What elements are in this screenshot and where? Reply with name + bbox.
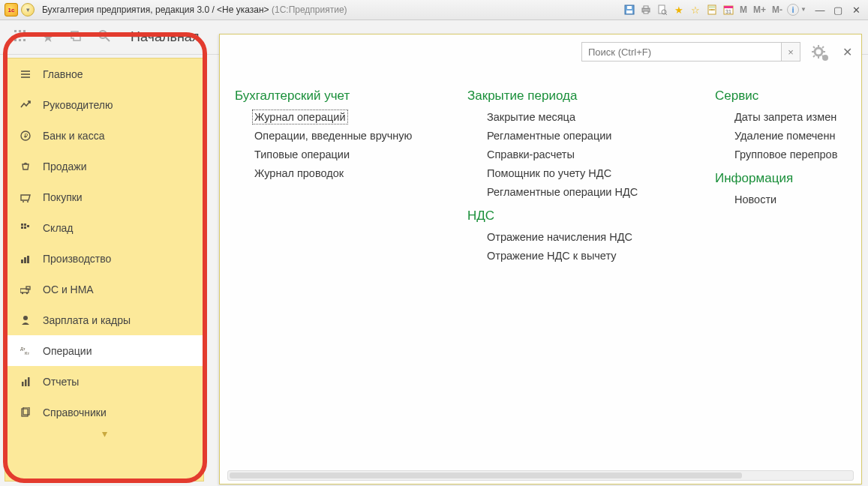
menu-link[interactable]: Помощник по учету НДС [487,167,611,179]
svg-rect-11 [710,9,711,10]
menu-link[interactable]: Справки-расчеты [487,148,575,160]
section-title: Закрытие периода [467,88,692,104]
menu-link[interactable]: Журнал проводок [254,167,344,179]
system-menu-dropdown[interactable]: ▾ [21,3,35,16]
sidebar-item-8[interactable]: Зарплата и кадры [5,304,203,335]
menu-link[interactable]: Отражение НДС к вычету [487,250,617,262]
sidebar-item-10[interactable]: Отчеты [5,366,203,397]
svg-rect-42 [27,256,29,263]
info-icon[interactable]: i [787,4,799,16]
svg-rect-41 [24,257,26,263]
sidebar-icon: ДтКт [20,346,32,356]
svg-point-34 [27,201,29,202]
operations-flyout-panel: × ✕ Бухгалтерский учетЖурнал операцийОпе… [219,34,862,484]
sidebar-item-6[interactable]: Производство [5,243,203,274]
svg-line-8 [665,14,667,15]
apps-grid-icon[interactable] [14,29,27,46]
svg-line-63 [822,46,824,48]
favorites-icon[interactable]: ☆ [689,3,702,16]
sidebar-item-11[interactable]: Справочники [5,397,203,428]
info-dropdown-icon[interactable]: ▼ [800,6,806,13]
preview-icon[interactable] [656,3,669,16]
sidebar-icon [20,315,32,326]
search-icon[interactable] [98,29,111,46]
svg-text:31: 31 [725,9,731,14]
menu-link[interactable]: Удаление помеченн [734,130,835,142]
svg-rect-1 [626,10,632,14]
save-icon[interactable] [623,3,636,16]
menu-link[interactable]: Новости [734,194,776,206]
settings-gear-icon[interactable] [811,44,826,59]
sidebar-expand-icon[interactable]: ▾ [5,428,203,442]
svg-rect-5 [644,11,648,14]
svg-rect-18 [19,30,21,32]
svg-line-61 [822,56,824,57]
sidebar-item-label: Производство [43,253,111,265]
menu-link[interactable]: Закрытие месяца [487,111,575,123]
calculator-icon[interactable] [705,3,719,16]
menu-link[interactable]: Регламентные операции [487,130,611,142]
memory-m-button[interactable]: M [738,3,749,16]
sidebar-item-9[interactable]: ДтКтОперации [5,335,203,366]
svg-rect-15 [724,6,733,8]
minimize-button[interactable]: — [812,3,827,16]
sidebar-item-1[interactable]: Руководителю [5,89,203,120]
svg-rect-2 [627,6,632,9]
menu-link[interactable]: Групповое перепров [734,148,837,160]
svg-rect-19 [23,30,26,32]
svg-rect-35 [21,224,23,226]
svg-rect-4 [644,6,648,8]
svg-point-45 [26,292,28,293]
maximize-button[interactable]: ▢ [830,3,845,16]
memory-mplus-button[interactable]: M+ [752,3,767,16]
star-icon[interactable]: ★ [42,29,54,46]
menu-link[interactable]: Операции, введенные вручную [254,130,412,142]
section-title: Информация [715,171,861,186]
svg-point-44 [22,292,23,293]
flyout-close-button[interactable]: ✕ [842,45,852,59]
sidebar-item-5[interactable]: Склад [5,212,203,243]
sidebar-item-label: Склад [43,222,74,234]
window-title: Бухгалтерия предприятия, редакция 3.0 / … [42,4,347,15]
sidebar-icon [20,192,32,202]
menu-link[interactable]: Регламентные операции НДС [487,186,638,198]
svg-point-33 [23,201,24,202]
svg-line-27 [106,38,110,41]
svg-rect-21 [19,34,21,37]
horizontal-scrollbar[interactable] [227,470,854,481]
svg-rect-25 [23,39,26,41]
svg-rect-40 [21,260,23,263]
sidebar-item-3[interactable]: Продажи [5,151,203,182]
sidebar-item-2[interactable]: ₽Банк и касса [5,120,203,151]
sidebar-item-label: Банк и касса [43,130,104,142]
history-icon[interactable] [69,29,83,46]
search-input[interactable] [581,42,781,62]
section-links: Даты запрета изменУдаление помеченнГрупп… [715,111,861,160]
print-icon[interactable] [639,3,653,16]
section-links: Закрытие месяцаРегламентные операцииСпра… [467,111,692,198]
sidebar-item-label: Главное [43,68,83,80]
svg-rect-38 [24,226,26,229]
menu-link[interactable]: Отражение начисления НДС [487,231,632,243]
favorite-add-icon[interactable]: ★ [672,3,686,16]
svg-rect-20 [14,34,17,37]
sidebar-item-4[interactable]: Покупки [5,182,203,212]
sidebar-icon [20,223,32,233]
sidebar-item-label: Справочники [43,406,107,418]
calendar-icon[interactable]: 31 [722,3,735,16]
sidebar-icon: ₽ [20,130,32,141]
memory-mminus-button[interactable]: M- [770,3,784,16]
sidebar-item-7[interactable]: ОС и НМА [5,274,203,304]
close-button[interactable]: ✕ [848,3,863,16]
svg-rect-12 [711,9,713,10]
section-title: Бухгалтерский учет [235,88,445,104]
menu-link[interactable]: Даты запрета измен [734,111,836,123]
search-clear-button[interactable]: × [781,42,800,62]
menu-link[interactable]: Журнал операций [252,110,348,124]
svg-rect-46 [26,286,30,290]
section-title: Сервис [715,88,861,104]
svg-point-47 [23,316,28,320]
menu-link[interactable]: Типовые операции [254,148,350,160]
svg-text:₽: ₽ [24,133,28,140]
sidebar-item-0[interactable]: Главное [5,58,203,89]
